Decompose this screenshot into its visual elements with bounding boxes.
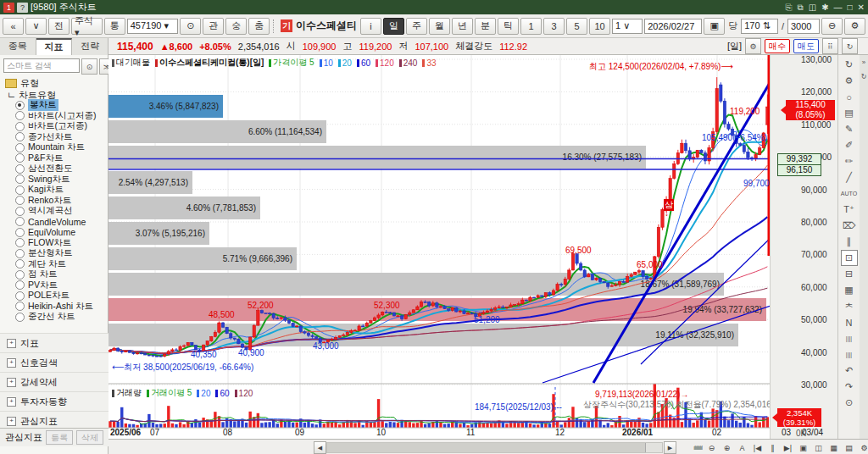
minute-3-button[interactable]: 3: [543, 18, 565, 35]
search-icon[interactable]: ⊙: [81, 58, 97, 75]
sidebar-section-강세약세[interactable]: +강세약세: [0, 372, 108, 391]
layout-rows-button[interactable]: ▤: [842, 441, 856, 454]
refresh-quote-icon[interactable]: ↻: [842, 38, 858, 54]
bar-count-input[interactable]: 170 ⇅: [741, 19, 778, 34]
stock-code-input[interactable]: 457190 ▾: [127, 19, 179, 34]
minimize-icon[interactable]: —: [834, 3, 843, 12]
stock-info-button[interactable]: i: [360, 18, 381, 35]
watchlist-button[interactable]: 관: [203, 18, 224, 35]
zoom-out-select-icon[interactable]: ⊟: [841, 266, 858, 282]
zoom-select-icon[interactable]: ⊡: [841, 250, 858, 266]
redo-icon[interactable]: ↷: [841, 379, 858, 395]
stock-search-button[interactable]: ⊙: [180, 18, 201, 35]
chart-type-CandleVolume[interactable]: CandleVolume: [0, 217, 108, 228]
scroll-left-button[interactable]: ◀: [314, 441, 326, 454]
zigzag-tool-icon[interactable]: N: [841, 314, 858, 330]
chart-type-바차트(시고저종)[interactable]: 바차트(시고저종): [0, 111, 108, 122]
chart-plot[interactable]: 3.46% (5,847,823)6.60% (11,164,534)16.30…: [108, 55, 771, 439]
chart-type-점 차트[interactable]: 점 차트: [0, 269, 108, 280]
chart-settings-button[interactable]: ⚙: [857, 441, 868, 454]
minute-1-button[interactable]: 1: [520, 18, 542, 35]
layout-split-button[interactable]: ◫: [811, 441, 826, 454]
tab-전략[interactable]: 전략: [72, 38, 108, 55]
go-end-button[interactable]: ▶|: [781, 441, 795, 454]
chart-type-봉차트[interactable]: 봉차트: [0, 100, 108, 111]
maximize-icon[interactable]: □: [848, 3, 853, 12]
trendline-tool-icon[interactable]: ╱: [841, 169, 858, 185]
pattern-search-icon[interactable]: ᄎ: [841, 298, 858, 314]
price-bars-icon[interactable]: ||||: [841, 346, 858, 363]
chart-type-Mountain 차트[interactable]: Mountain 차트: [0, 142, 108, 153]
smart-search-input[interactable]: 스마트 검색: [3, 58, 80, 73]
ellipse-tool-icon[interactable]: ○: [841, 89, 858, 105]
chart-scrollbar[interactable]: [326, 442, 663, 453]
pen-tool-icon[interactable]: ✎: [841, 121, 858, 137]
layout-grid-button[interactable]: ▦: [826, 441, 841, 454]
credit-badge-button[interactable]: 통: [104, 18, 125, 35]
zoom-fit-button[interactable]: ⊖: [821, 18, 843, 35]
zoom-slider[interactable]: ılılılılıl: [693, 444, 702, 451]
register-button[interactable]: 등록: [46, 430, 73, 445]
prev-stock-button[interactable]: «: [3, 18, 24, 35]
chart-type-삼선전환도[interactable]: 삼선전환도: [0, 163, 108, 174]
buy-button[interactable]: 매수: [765, 39, 790, 53]
toolbar-settings-button[interactable]: ⚙: [844, 18, 865, 35]
sidebar-section-지표[interactable]: +지표: [0, 333, 108, 352]
window-settings-icon[interactable]: ✱: [821, 3, 828, 12]
chart-type-POLE차트[interactable]: POLE차트: [0, 291, 108, 302]
auto-scale-button[interactable]: A: [735, 441, 749, 454]
period-year-button[interactable]: 년: [452, 18, 473, 35]
chart-type-중간선 차트[interactable]: 중간선 차트: [0, 312, 108, 323]
close-icon[interactable]: ✕: [858, 3, 865, 12]
go-start-button[interactable]: |◀: [750, 441, 765, 454]
up-list-button[interactable]: 숭: [225, 18, 247, 35]
chart-type-종가선차트[interactable]: 종가선차트: [0, 132, 108, 143]
type-folder-row[interactable]: 유형: [5, 77, 39, 90]
sidebar-section-신호검색[interactable]: +신호검색: [0, 352, 108, 372]
capture-icon[interactable]: ◫: [809, 3, 816, 12]
pencil-tool-icon[interactable]: ✏: [841, 153, 858, 169]
period-day-button[interactable]: 일: [383, 18, 404, 35]
volume-bars-icon[interactable]: ||||: [841, 330, 858, 346]
help-icon[interactable]: ?: [17, 3, 28, 13]
scrollbar-thumb[interactable]: [327, 443, 646, 452]
delete-button[interactable]: 삭제: [76, 430, 103, 445]
sidebar-section-투자자동향[interactable]: +투자자동향: [0, 391, 108, 411]
new-window-icon[interactable]: ⎘: [786, 3, 793, 13]
chart-type-P&F차트[interactable]: P&F차트: [0, 153, 108, 164]
chart-type-EquiVolume[interactable]: EquiVolume: [0, 227, 108, 238]
auto-trendline-icon[interactable]: AUTO: [841, 185, 858, 202]
period-week-button[interactable]: 주: [406, 18, 427, 35]
all-button[interactable]: 전: [48, 18, 70, 35]
pause-button[interactable]: ∥: [765, 441, 780, 454]
chart-type-Heikin-Ashi 차트[interactable]: Heikin-Ashi 차트: [0, 302, 108, 313]
text-tool-icon[interactable]: T⁺: [841, 202, 858, 218]
history-dropdown-button[interactable]: ∨: [25, 18, 47, 35]
duplicate-icon[interactable]: ⧉: [798, 3, 804, 13]
chart-type-역시계곡선[interactable]: 역시계곡선: [0, 206, 108, 217]
date-input[interactable]: 2026/02/27: [644, 19, 702, 34]
chart-type-바차트(고저종)[interactable]: 바차트(고저종): [0, 121, 108, 132]
settings-icon[interactable]: ⚙: [841, 73, 858, 89]
marker-tool-icon[interactable]: ✐: [841, 137, 858, 153]
magnifier-icon[interactable]: ⊙: [841, 395, 858, 411]
chart-type-FLOW차트[interactable]: FLOW차트: [0, 238, 108, 249]
quote-settings-icon[interactable]: ⚙: [745, 38, 761, 54]
strip-refresh-icon[interactable]: ↻: [860, 73, 868, 80]
chart-type-분산형차트[interactable]: 분산형차트: [0, 248, 108, 259]
mini-grid-icon[interactable]: ⠿: [822, 38, 838, 54]
minute-custom-input[interactable]: 1 ∨: [612, 19, 643, 34]
refresh-icon[interactable]: ↻: [841, 57, 858, 73]
chart-type-Renko차트[interactable]: Renko차트: [0, 196, 108, 207]
period-tick-button[interactable]: 틱: [498, 18, 519, 35]
eraser-tool-icon[interactable]: ⌦: [841, 218, 858, 234]
chart-type-계단 차트[interactable]: 계단 차트: [0, 259, 108, 270]
parallel-line-tool-icon[interactable]: ∥: [841, 234, 858, 250]
chart-type-Kagi차트[interactable]: Kagi차트: [0, 185, 108, 196]
minute-5-button[interactable]: 5: [566, 18, 587, 35]
asset-type-dropdown[interactable]: 주식 ▾: [71, 18, 103, 35]
minute-10-button[interactable]: 10: [589, 18, 610, 35]
sell-button[interactable]: 매도: [793, 39, 819, 53]
period-minute-button[interactable]: 분: [475, 18, 496, 35]
down-list-button[interactable]: 춤: [248, 18, 270, 35]
